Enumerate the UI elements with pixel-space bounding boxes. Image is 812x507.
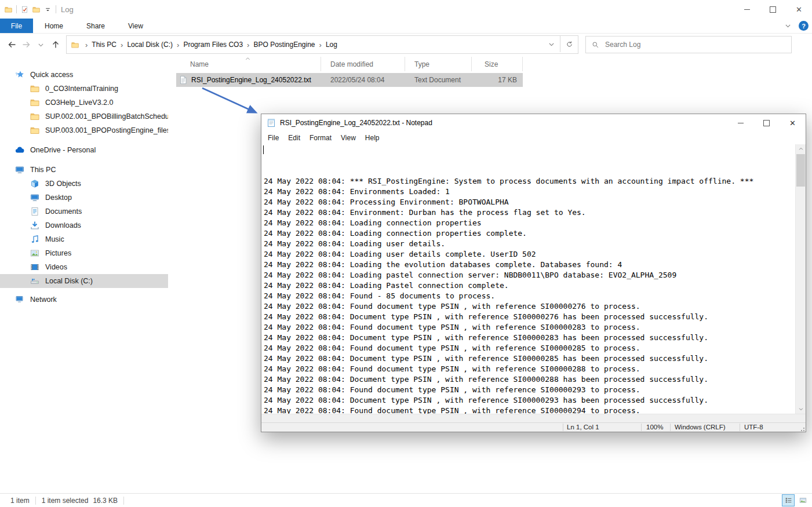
folder-icon — [30, 84, 39, 93]
tab-home[interactable]: Home — [33, 19, 75, 33]
new-folder-icon[interactable] — [32, 6, 40, 13]
sidebar-item-music[interactable]: Music — [0, 232, 168, 246]
menu-edit[interactable]: Edit — [283, 133, 305, 143]
sidebar: Quick access 0_CO3InternalTraining CO3He… — [0, 55, 168, 494]
file-size-cell: 17 KB — [472, 76, 523, 84]
up-button[interactable] — [48, 36, 63, 53]
menu-file[interactable]: File — [263, 133, 283, 143]
file-date-cell: 2022/05/24 08:04 — [321, 76, 405, 84]
quick-access-toolbar — [5, 5, 56, 13]
folder-icon[interactable] — [5, 6, 12, 13]
sidebar-item-local-disk-c[interactable]: Local Disk (C:) — [0, 274, 168, 288]
sidebar-item-pictures[interactable]: Pictures — [0, 246, 168, 260]
expand-ribbon-icon[interactable] — [784, 22, 792, 30]
maximize-button[interactable] — [753, 114, 780, 132]
sidebar-label: CO3Help_LiveV3.2.0 — [45, 99, 113, 107]
log-line: 24 May 2022 08:04: Environments Loaded: … — [264, 187, 795, 197]
notepad-text-area[interactable]: 24 May 2022 08:04: *** RSI_PostingEngine… — [261, 144, 795, 414]
breadcrumb-chevron[interactable]: › — [173, 41, 183, 49]
scroll-up-icon[interactable] — [796, 144, 806, 154]
sidebar-item-co3help[interactable]: CO3Help_LiveV3.2.0 — [0, 96, 168, 110]
breadcrumb-program-files[interactable]: Program Files CO3 — [183, 41, 243, 49]
breadcrumb-chevron[interactable]: › — [315, 41, 326, 49]
log-line: 24 May 2022 08:04: Found document type P… — [264, 385, 795, 395]
sidebar-item-sup003[interactable]: SUP.003.001_BPOPostingEngine_files — [0, 123, 168, 137]
breadcrumb-chevron[interactable]: › — [243, 41, 253, 49]
sidebar-item-sup002[interactable]: SUP.002.001_BPOBillingBatchScheduler_fil… — [0, 110, 168, 123]
maximize-button[interactable] — [760, 0, 786, 19]
log-line: 24 May 2022 08:04: Processing Environmen… — [264, 197, 795, 207]
search-input[interactable] — [604, 40, 769, 49]
scroll-down-icon[interactable] — [796, 404, 806, 414]
sidebar-label: Network — [30, 296, 57, 304]
sidebar-label: Local Disk (C:) — [45, 277, 93, 285]
minimize-button[interactable] — [727, 114, 753, 132]
sidebar-label: SUP.002.001_BPOBillingBatchScheduler_fil… — [45, 112, 168, 121]
ribbon-tabs: File Home Share View ? — [0, 19, 812, 34]
log-line: 24 May 2022 08:04: Loading connection pr… — [264, 218, 795, 228]
resize-grip[interactable] — [799, 426, 804, 431]
scrollbar-thumb[interactable] — [796, 154, 805, 187]
log-line: 24 May 2022 08:04: Found document type P… — [264, 406, 795, 414]
sidebar-label: Quick access — [30, 71, 73, 79]
sidebar-item-documents[interactable]: Documents — [0, 205, 168, 218]
onedrive-cloud-icon — [15, 145, 24, 155]
search-box[interactable] — [585, 36, 792, 53]
log-line: 24 May 2022 08:04: Document type PSIN , … — [264, 333, 795, 343]
sidebar-item-network[interactable]: Network — [0, 293, 168, 307]
sidebar-item-videos[interactable]: Videos — [0, 260, 168, 274]
breadcrumb-this-pc[interactable]: This PC — [92, 41, 116, 49]
window-controls: ✕ — [734, 0, 812, 19]
sidebar-item-3d-objects[interactable]: 3D Objects — [0, 177, 168, 191]
forward-button[interactable] — [19, 36, 34, 53]
column-header-date-modified[interactable]: Date modified — [321, 57, 405, 71]
minimize-button[interactable] — [734, 0, 760, 19]
notepad-status-bar: Ln 1, Col 1 100% Windows (CRLF) UTF-8 — [261, 422, 806, 432]
folder-icon — [30, 98, 39, 107]
sidebar-item-downloads[interactable]: Downloads — [0, 218, 168, 232]
sidebar-item-desktop[interactable]: Desktop — [0, 191, 168, 205]
cube-icon — [30, 179, 39, 188]
network-icon — [15, 295, 24, 304]
properties-icon[interactable] — [21, 6, 28, 13]
column-header-type[interactable]: Type — [405, 57, 472, 71]
log-line: 24 May 2022 08:04: Loading user details. — [264, 239, 795, 249]
tab-view[interactable]: View — [116, 19, 155, 33]
menu-help[interactable]: Help — [361, 133, 384, 143]
log-line: 24 May 2022 08:04: Loading user details … — [264, 249, 795, 260]
address-dropdown-icon[interactable] — [542, 36, 560, 52]
back-button[interactable] — [5, 36, 19, 53]
column-header-size[interactable]: Size — [472, 57, 523, 71]
menu-format[interactable]: Format — [305, 133, 336, 143]
breadcrumb-local-disk[interactable]: Local Disk (C:) — [127, 41, 173, 49]
sidebar-item-quick-access[interactable]: Quick access — [0, 68, 168, 82]
tab-file[interactable]: File — [0, 19, 33, 33]
breadcrumb-posting-engine[interactable]: BPO PostingEngine — [253, 41, 315, 49]
sidebar-label: This PC — [30, 166, 56, 174]
location-folder-icon — [71, 41, 79, 49]
address-bar[interactable]: › This PC › Local Disk (C:) › Program Fi… — [66, 35, 578, 54]
sidebar-item-onedrive[interactable]: OneDrive - Personal — [0, 143, 168, 157]
help-button[interactable]: ? — [799, 21, 809, 31]
customize-qat-icon[interactable] — [44, 6, 52, 13]
vertical-scrollbar[interactable] — [795, 144, 806, 414]
tab-share[interactable]: Share — [75, 19, 116, 33]
sidebar-item-co3internaltraining[interactable]: 0_CO3InternalTraining — [0, 82, 168, 96]
close-button[interactable]: ✕ — [786, 0, 812, 19]
breadcrumb-chevron[interactable]: › — [116, 41, 127, 49]
file-row-selected[interactable]: RSI_PostingEngine_Log_24052022.txt 2022/… — [176, 73, 523, 87]
menu-view[interactable]: View — [336, 133, 361, 143]
horizontal-scrollbar[interactable] — [261, 414, 806, 422]
sidebar-item-this-pc[interactable]: This PC — [0, 163, 168, 177]
notepad-window-controls: ✕ — [727, 114, 806, 132]
refresh-icon[interactable] — [560, 36, 578, 52]
breadcrumb-chevron[interactable]: › — [81, 41, 92, 49]
recent-locations-icon[interactable] — [34, 36, 48, 53]
log-line: 24 May 2022 08:04: Found document type P… — [264, 301, 795, 312]
log-line: 24 May 2022 08:04: Loading pastel connec… — [264, 270, 795, 280]
column-header-name[interactable]: Name — [176, 57, 321, 71]
details-view-button[interactable] — [782, 495, 794, 506]
breadcrumb-log[interactable]: Log — [326, 41, 337, 49]
close-button[interactable]: ✕ — [780, 114, 806, 132]
large-icons-view-button[interactable] — [797, 495, 809, 506]
